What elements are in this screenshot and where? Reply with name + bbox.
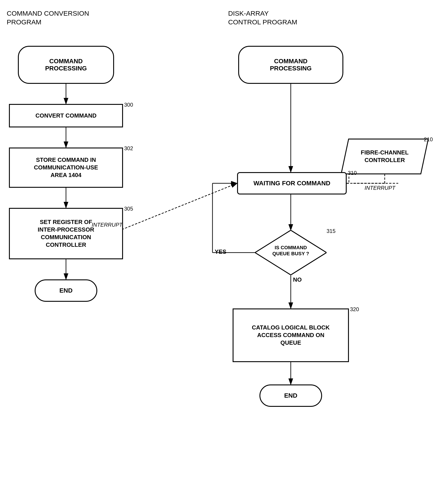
svg-text:QUEUE BUSY ?: QUEUE BUSY ? bbox=[272, 251, 309, 256]
set-register-box: SET REGISTER OF INTER-PROCESSOR COMMUNIC… bbox=[9, 208, 123, 259]
right-cmd-processing-box: COMMAND PROCESSING bbox=[238, 46, 343, 84]
end-left-box: END bbox=[35, 279, 97, 302]
ref-210: 210 bbox=[424, 136, 433, 143]
ref-310: 310 bbox=[348, 170, 357, 176]
ref-302: 302 bbox=[124, 145, 133, 152]
interrupt-left-label: INTERRUPT bbox=[92, 221, 122, 228]
left-cmd-processing-box: COMMAND PROCESSING bbox=[18, 46, 114, 84]
ref-300: 300 bbox=[124, 102, 133, 108]
interrupt-right-label: INTERRUPT bbox=[365, 185, 395, 191]
fibre-channel-box: FIBRE-CHANNEL CONTROLLER bbox=[341, 139, 429, 174]
catalog-command-box: CATALOG LOGICAL BLOCK ACCESS COMMAND ON … bbox=[233, 309, 349, 362]
ref-305: 305 bbox=[124, 206, 133, 212]
waiting-command-box: WAITING FOR COMMAND bbox=[237, 172, 347, 194]
left-program-title: COMMAND CONVERSION PROGRAM bbox=[7, 9, 89, 26]
flowchart-diagram: COMMAND CONVERSION PROGRAM COMMAND PROCE… bbox=[0, 0, 448, 477]
ref-315: 315 bbox=[327, 228, 335, 234]
diamond-shape: IS COMMAND QUEUE BUSY ? bbox=[255, 230, 327, 275]
right-program-title: DISK-ARRAY CONTROL PROGRAM bbox=[228, 9, 297, 26]
svg-text:IS COMMAND: IS COMMAND bbox=[275, 245, 307, 250]
convert-command-box: CONVERT COMMAND bbox=[9, 104, 123, 127]
yes-label: YES bbox=[215, 248, 226, 256]
ref-320: 320 bbox=[350, 306, 359, 312]
store-command-box: STORE COMMAND IN COMMUNICATION-USE AREA … bbox=[9, 148, 123, 188]
end-right-box: END bbox=[260, 384, 322, 407]
no-label: NO bbox=[293, 276, 302, 284]
